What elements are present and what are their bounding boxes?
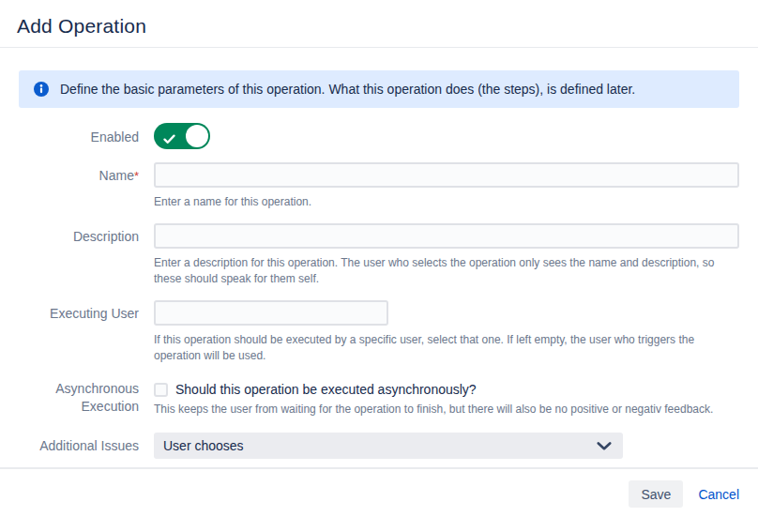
page-title: Add Operation (17, 15, 741, 38)
name-help-text: Enter a name for this operation. (154, 194, 739, 210)
info-banner: Define the basic parameters of this oper… (19, 70, 739, 108)
name-label: Name* (19, 162, 139, 210)
field-row-executing-user: Executing User If this operation should … (19, 300, 739, 364)
name-input[interactable] (154, 162, 739, 188)
additional-issues-select[interactable]: User chooses (154, 433, 623, 459)
field-row-name: Name* Enter a name for this operation. (19, 162, 739, 210)
form-footer: Save Cancel (0, 467, 758, 532)
cancel-link[interactable]: Cancel (698, 487, 739, 502)
field-row-additional-issues: Additional Issues User chooses (19, 433, 739, 459)
async-execution-label: Asynchronous Execution (19, 379, 139, 418)
check-icon (163, 131, 175, 148)
chevron-down-icon (597, 442, 612, 450)
executing-user-help-text: If this operation should be executed by … (154, 332, 739, 364)
info-banner-text: Define the basic parameters of this oper… (60, 82, 635, 97)
description-help-text: Enter a description for this operation. … (154, 255, 739, 287)
executing-user-label: Executing User (19, 300, 139, 364)
page-header: Add Operation (0, 0, 758, 48)
executing-user-input[interactable] (154, 300, 388, 326)
additional-issues-selected-value: User chooses (163, 438, 244, 453)
field-row-async-execution: Asynchronous Execution Should this opera… (19, 379, 739, 418)
async-checkbox[interactable] (154, 383, 168, 397)
info-icon (34, 82, 49, 97)
save-button[interactable]: Save (629, 480, 683, 508)
description-label: Description (19, 223, 139, 287)
description-input[interactable] (154, 223, 739, 249)
async-checkbox-label[interactable]: Should this operation be executed asynch… (175, 382, 477, 397)
required-marker: * (134, 169, 139, 183)
field-row-enabled: Enabled (19, 123, 739, 153)
async-help-text: This keeps the user from waiting for the… (154, 402, 739, 418)
enabled-label: Enabled (19, 123, 139, 153)
enabled-toggle[interactable] (154, 123, 210, 149)
form-content: Define the basic parameters of this oper… (0, 48, 758, 467)
field-row-description: Description Enter a description for this… (19, 223, 739, 287)
toggle-knob (186, 125, 208, 147)
additional-issues-label: Additional Issues (19, 433, 139, 459)
